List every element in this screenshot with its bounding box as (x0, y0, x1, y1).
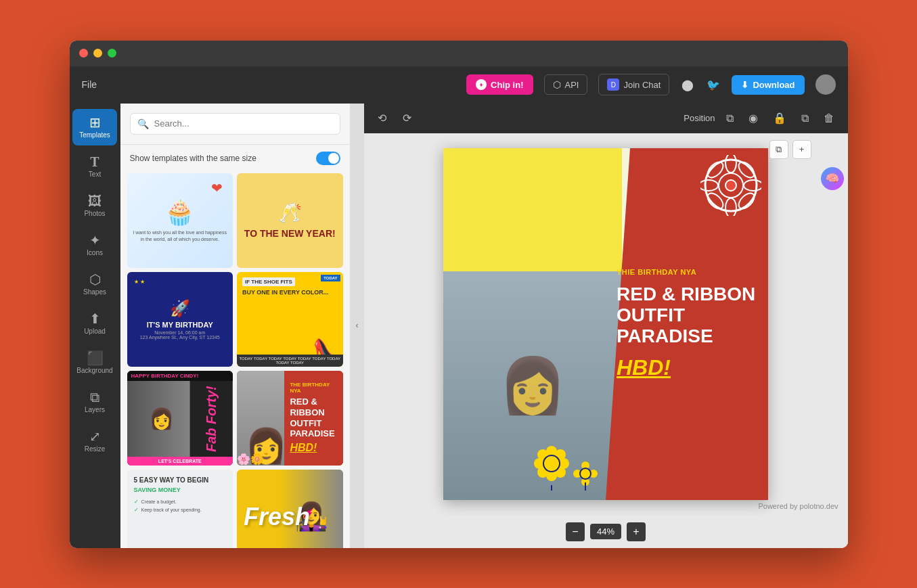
red-ribbon-content: THE BIRTHDAY NYA RED & RIBBON OUTFIT PAR… (284, 371, 342, 466)
toggle-row: Show templates with the same size (120, 145, 350, 169)
undo-button[interactable]: ⟲ (374, 109, 390, 127)
saving-item-1: ✓ Create a budget. (134, 499, 227, 505)
toggle-label: Show templates with the same size (130, 154, 256, 163)
canvas-area: ⟲ ⟳ Position ⧉ ◉ 🔒 ⧉ 🗑 ⧉ + (364, 104, 848, 548)
close-dot[interactable] (79, 49, 88, 58)
search-icon: 🔍 (137, 118, 149, 129)
saving-title: 5 EASY WAY TO BEGIN (134, 476, 227, 484)
canvas-corner-buttons: ⧉ + (769, 140, 811, 159)
same-size-toggle[interactable] (316, 152, 340, 165)
svg-point-5 (744, 180, 761, 191)
fresh-text: Fresh (244, 503, 310, 531)
canvas-content[interactable]: ⧉ + 👩 YHIE BIRTHDAY NYA (364, 133, 848, 516)
template-card-birthday-rocket[interactable]: ★ ★ 🚀 IT'S MY BIRTHDAY November 14, 06:0… (127, 272, 233, 367)
ai-brain-button[interactable]: 🧠 (821, 167, 844, 190)
heart-icon: ❤ (211, 180, 223, 196)
twitter-icon[interactable]: 🐦 (706, 77, 721, 92)
position-label[interactable]: Position (684, 113, 715, 123)
sidebar-item-text[interactable]: T Text (72, 148, 117, 185)
ribbon-birthday-label: THE BIRTHDAY NYA (290, 382, 337, 394)
minimize-dot[interactable] (93, 49, 102, 58)
sidebar-item-upload[interactable]: ⬆ Upload (72, 305, 117, 342)
maximize-dot[interactable] (108, 49, 116, 58)
canvas-toolbar: ⟲ ⟳ Position ⧉ ◉ 🔒 ⧉ 🗑 (364, 104, 848, 133)
search-bar[interactable]: 🔍 (130, 113, 340, 135)
birthday-title: IT'S MY BIRTHDAY (147, 321, 213, 329)
template-card-cupcake[interactable]: ❤ 🧁 I want to wish you all the love and … (127, 173, 233, 268)
shoe-label: IF THE SHOE FITS (242, 277, 295, 286)
canvas-bottom-bar: − 44% + (364, 516, 848, 548)
saving-item-2: ✓ Keep track of your spending. (134, 507, 227, 513)
flowers-bottom-decoration (531, 436, 612, 493)
svg-point-19 (543, 455, 560, 472)
rocket-emoji: 🚀 (170, 299, 190, 318)
template-card-newyear[interactable]: 🥂 TO THE NEW YEAR! (237, 173, 343, 268)
chip-button[interactable]: ♦ Chip in! (466, 74, 533, 95)
redo-button[interactable]: ⟳ (399, 109, 416, 127)
lock-toolbar-btn[interactable]: 🔒 (769, 109, 790, 127)
corner-duplicate-btn[interactable]: ⧉ (769, 140, 788, 159)
design-canvas[interactable]: 👩 YHIE BIRTHDAY NYA RED & RIBBON OUTFIT … (443, 148, 768, 500)
join-chat-button[interactable]: D Join Chat (598, 74, 669, 95)
template-card-saving-money[interactable]: 5 EASY WAY TO BEGIN SAVING MONEY ✓ Creat… (127, 470, 233, 548)
upload-icon: ⬆ (89, 312, 101, 325)
sidebar-item-icons[interactable]: ✦ Icons (72, 227, 117, 263)
search-input[interactable] (154, 118, 333, 129)
github-icon[interactable]: ⬤ (680, 77, 695, 92)
design-hbd-text: HBD! (617, 355, 671, 380)
fill-toolbar-btn[interactable]: ◉ (744, 109, 762, 127)
yellow-bg-area (443, 148, 622, 271)
user-avatar[interactable] (815, 74, 836, 95)
sidebar-item-shapes[interactable]: ⬡ Shapes (72, 266, 117, 302)
panel-collapse-toggle[interactable]: ‹ (351, 104, 364, 548)
api-button[interactable]: ⬡ API (544, 74, 588, 95)
sidebar: ⊞ Templates T Text 🖼 Photos ✦ Icons ⬡ Sh… (70, 104, 120, 548)
today-banner: TODAY TODAY TODAY TODAY TODAY TODAY TODA… (237, 355, 343, 367)
svg-point-4 (700, 180, 718, 191)
svg-point-10 (725, 180, 736, 191)
icons-icon: ✦ (89, 233, 101, 247)
design-main-text: RED & RIBBON OUTFIT PARADISE (617, 284, 757, 346)
zoom-out-button[interactable]: − (566, 522, 585, 541)
saving-subtitle: SAVING MONEY (134, 487, 227, 493)
flower-top-decoration (700, 155, 761, 219)
sidebar-item-layers[interactable]: ⧉ Layers (72, 384, 117, 420)
sidebar-item-background[interactable]: ⬛ Background (72, 344, 117, 381)
layers-icon: ⧉ (90, 390, 99, 404)
templates-icon: ⊞ (89, 116, 101, 129)
sidebar-item-resize[interactable]: ⤢ Resize (72, 423, 117, 459)
discord-icon: D (607, 78, 619, 91)
shoe-sub: BUY ONE IN EVERY COLOR... (242, 289, 328, 296)
app-header: File ♦ Chip in! ⬡ API D Join Chat ⬤ 🐦 ⬇ … (70, 66, 848, 104)
template-card-fresh[interactable]: Fresh 👩‍🎤 (237, 470, 343, 548)
ribbon-title: RED & RIBBON OUTFIT PARADISE (290, 397, 337, 438)
ribbon-flowers: 🌸🌼 (237, 453, 264, 466)
zoom-level: 44% (590, 524, 621, 539)
svg-point-3 (725, 198, 736, 216)
sidebar-item-templates[interactable]: ⊞ Templates (72, 109, 117, 145)
fab-header: HAPPY BIRTHDAY CINDY! (127, 371, 233, 381)
background-icon: ⬛ (87, 351, 104, 365)
zoom-in-button[interactable]: + (627, 522, 646, 541)
design-top-text: YHIE BIRTHDAY NYA (617, 268, 696, 276)
sidebar-item-photos[interactable]: 🖼 Photos (72, 187, 117, 224)
fab-person: 👩 (127, 381, 196, 457)
download-button[interactable]: ⬇ Download (732, 75, 804, 95)
corner-add-btn[interactable]: + (792, 140, 811, 159)
saving-items: ✓ Create a budget. ✓ Keep track of your … (134, 499, 227, 513)
person-silhouette: 👩 (499, 354, 566, 417)
delete-toolbar-btn[interactable]: 🗑 (820, 110, 838, 127)
file-menu[interactable]: File (82, 79, 97, 90)
layers-toolbar-btn[interactable]: ⧉ (722, 110, 738, 127)
main-body: ⊞ Templates T Text 🖼 Photos ✦ Icons ⬡ Sh… (70, 104, 848, 548)
cupcake-text: I want to wish you all the love and happ… (133, 229, 228, 242)
template-card-fab-forty[interactable]: HAPPY BIRTHDAY CINDY! 👩 Fab Forty! LET'S… (127, 371, 233, 466)
template-card-red-ribbon[interactable]: 👩 THE BIRTHDAY NYA RED & RIBBON OUTFIT P… (237, 371, 343, 466)
text-icon: T (90, 155, 99, 168)
powered-by-text: Powered by polotno.dev (758, 502, 838, 510)
svg-point-2 (725, 155, 736, 173)
photos-icon: 🖼 (88, 194, 102, 208)
duplicate-toolbar-btn[interactable]: ⧉ (797, 110, 813, 127)
glasses-emoji: 🥂 (278, 202, 302, 224)
template-card-shoe-fits[interactable]: TODAY IF THE SHOE FITS BUY ONE IN EVERY … (237, 272, 343, 367)
